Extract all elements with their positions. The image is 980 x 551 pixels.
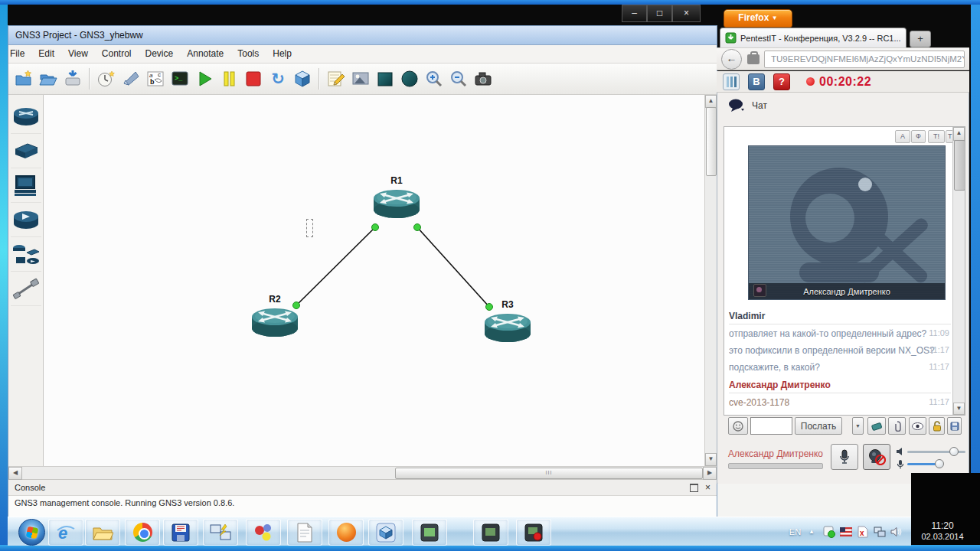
switch-palette-icon[interactable]: [11, 134, 41, 168]
columns-icon[interactable]: [723, 73, 740, 90]
console-terminal-icon[interactable]: >_: [168, 67, 191, 90]
format-size-up-button[interactable]: T!: [928, 130, 945, 143]
console-log[interactable]: GNS3 management console. Running GNS3 ve…: [8, 496, 717, 517]
save-log-button[interactable]: [947, 417, 962, 435]
abc-labels-icon[interactable]: acb: [144, 67, 167, 90]
new-tab-button[interactable]: +: [910, 31, 931, 47]
canvas-horizontal-scrollbar[interactable]: ◀ III ▶: [8, 466, 717, 479]
back-button[interactable]: ←: [721, 49, 742, 70]
maximize-button[interactable]: □: [647, 5, 672, 22]
slider-knob[interactable]: [949, 447, 959, 456]
zoom-out-icon[interactable]: [447, 67, 470, 90]
help-icon[interactable]: ?: [773, 73, 790, 90]
open-project-icon[interactable]: [37, 67, 60, 90]
topology-link[interactable]: [417, 227, 489, 307]
taskbar-remote-terminal[interactable]: [203, 519, 238, 546]
language-indicator[interactable]: EN: [789, 527, 801, 536]
clock-date[interactable]: 02.03.2014: [911, 532, 974, 541]
network-tray-icon[interactable]: [873, 525, 886, 538]
draw-ellipse-icon[interactable]: [398, 67, 421, 90]
chat-scroll-thumb[interactable]: [954, 140, 965, 191]
vk-icon[interactable]: B: [748, 73, 765, 90]
vertical-scroll-thumb[interactable]: [706, 107, 717, 176]
router-node-R1[interactable]: [372, 188, 421, 220]
console-float-icon[interactable]: [690, 484, 698, 492]
smiley-button[interactable]: [728, 417, 748, 435]
hidden-icons-chevron[interactable]: ▲: [808, 528, 815, 535]
firefox-app-button[interactable]: Firefox ▼: [724, 9, 792, 28]
attach-button[interactable]: [888, 417, 906, 435]
zoom-in-icon[interactable]: [423, 67, 446, 90]
router-node-R2[interactable]: [250, 307, 299, 339]
add-link-palette-icon[interactable]: [11, 272, 41, 306]
insert-picture-icon[interactable]: [349, 67, 372, 90]
suspend-all-icon[interactable]: [217, 67, 240, 90]
end-device-palette-icon[interactable]: [11, 168, 41, 203]
browser-tab[interactable]: PentestIT - Конференция, V3.2.9 -- RC1..…: [720, 28, 906, 47]
canvas-vertical-scrollbar[interactable]: ▲ ▼: [704, 95, 717, 466]
taskbar-virtualbox[interactable]: [368, 519, 403, 546]
doc-error-tray-icon[interactable]: x: [856, 525, 869, 538]
menu-file[interactable]: File: [8, 45, 31, 63]
topology-link[interactable]: [296, 227, 375, 305]
taskbar-internet-explorer[interactable]: e: [48, 519, 83, 546]
scroll-right-icon[interactable]: ▶: [703, 467, 717, 480]
save-project-icon[interactable]: [61, 67, 84, 90]
url-bar[interactable]: TU9EREVDQjNFMEI6MjAzZjQxYmUzNDI5NjM2Y: [764, 51, 965, 68]
eye-button[interactable]: [909, 417, 926, 435]
volume-tray-icon[interactable]: [890, 525, 903, 538]
webcam-button[interactable]: [863, 444, 890, 470]
taskbar-notepad[interactable]: [287, 519, 322, 546]
lock-button[interactable]: [929, 417, 945, 435]
router-node-R3[interactable]: [483, 312, 532, 344]
eraser-button[interactable]: [867, 417, 886, 435]
site-identity-icon[interactable]: [747, 54, 760, 64]
snapshot-icon[interactable]: [95, 67, 118, 90]
all-devices-palette-icon[interactable]: [11, 237, 41, 272]
scroll-left-icon[interactable]: ◀: [8, 467, 22, 480]
horizontal-scroll-thumb[interactable]: III: [395, 468, 703, 479]
taskbar-color-balls-app[interactable]: [246, 519, 281, 546]
scroll-up-icon[interactable]: ▲: [953, 127, 965, 141]
slider-knob[interactable]: [935, 459, 944, 468]
topology-canvas[interactable]: R1R2R3: [44, 95, 704, 466]
menu-help[interactable]: Help: [266, 45, 299, 63]
draw-rectangle-icon[interactable]: [374, 67, 397, 90]
scroll-down-icon[interactable]: ▼: [953, 403, 965, 415]
close-button[interactable]: ×: [672, 5, 701, 22]
menu-edit[interactable]: Edit: [31, 45, 61, 63]
taskbar-gns3-app[interactable]: [412, 519, 447, 546]
language-flag-tray-icon[interactable]: [839, 525, 852, 538]
screenshot-icon[interactable]: [472, 67, 495, 90]
chat-input[interactable]: [750, 417, 792, 435]
taskbar-floppy-app[interactable]: [163, 519, 198, 546]
taskbar-chrome[interactable]: [125, 519, 160, 546]
scroll-up-icon[interactable]: ▲: [705, 95, 717, 108]
reload-all-icon[interactable]: ↻: [266, 67, 289, 90]
start-all-icon[interactable]: [193, 67, 216, 90]
taskbar-file-explorer[interactable]: [85, 519, 120, 546]
menu-tools[interactable]: Tools: [230, 45, 266, 63]
format-font-button[interactable]: A: [895, 130, 910, 143]
frame-relay-palette-icon[interactable]: [11, 203, 41, 237]
menu-control[interactable]: Control: [95, 45, 139, 63]
add-note-icon[interactable]: [325, 67, 348, 90]
taskbar-capture-app[interactable]: [473, 519, 508, 546]
format-color-button[interactable]: Ф: [911, 130, 926, 143]
menu-annotate[interactable]: Annotate: [180, 45, 230, 63]
microphone-button[interactable]: [831, 444, 858, 470]
mic-volume-slider[interactable]: [907, 459, 965, 468]
start-button[interactable]: [18, 519, 45, 546]
gns3-title-bar[interactable]: GNS3 Project - GNS3_yhebww: [8, 26, 717, 45]
taskbar-firefox[interactable]: [328, 519, 364, 546]
menu-device[interactable]: Device: [139, 45, 181, 63]
menu-view[interactable]: View: [61, 45, 95, 63]
send-options-button[interactable]: ▼: [852, 417, 864, 435]
new-project-icon[interactable]: [12, 67, 35, 90]
stop-all-icon[interactable]: [242, 67, 265, 90]
speaker-volume-slider[interactable]: [907, 447, 965, 456]
minimize-button[interactable]: –: [622, 5, 647, 22]
taskbar-capture-recording-app[interactable]: [516, 519, 551, 546]
router-palette-icon[interactable]: [11, 99, 41, 134]
updater-tray-icon[interactable]: [822, 525, 835, 538]
